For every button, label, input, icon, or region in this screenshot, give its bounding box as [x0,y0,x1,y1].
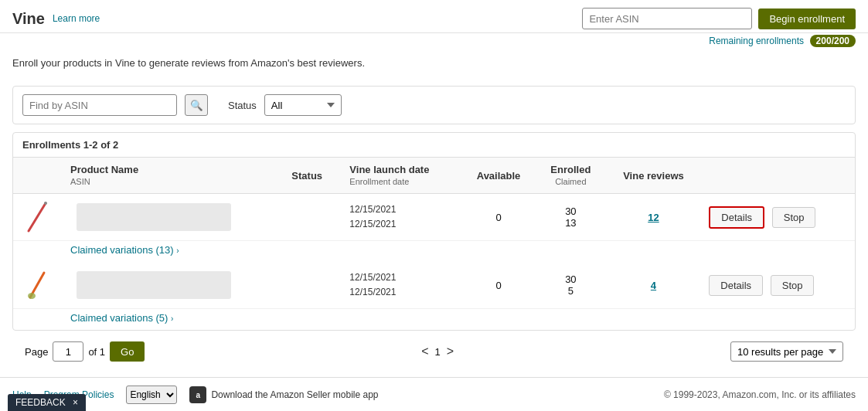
svg-line-0 [29,203,46,231]
launch-date-1: 12/15/2021 [349,202,454,217]
next-page-button[interactable]: > [447,345,454,358]
table-row: 12/15/2021 12/15/2021 0 30 5 4 Details [13,262,855,309]
vine-reviews-link-1[interactable]: 12 [648,212,659,223]
svg-point-3 [28,293,36,299]
close-icon[interactable]: × [73,397,78,408]
page-input[interactable] [53,341,83,362]
per-page-select[interactable]: 10 results per page 25 results per page … [730,341,843,362]
current-page: 1 [435,346,441,358]
search-icon: 🔍 [190,100,203,111]
status-cell-2 [284,262,342,309]
col-actions [701,158,855,194]
col-status: Status [284,158,342,194]
stop-button-1[interactable]: Stop [772,207,816,228]
col-vine-reviews: Vine reviews [606,158,702,194]
tagline: Enroll your products in Vine to generate… [0,51,868,78]
claimed-variations-row-2: Claimed variations (5) › [13,309,855,331]
prev-page-button[interactable]: < [421,345,428,358]
stop-button-2[interactable]: Stop [771,275,815,296]
feedback-label: FEEDBACK [15,397,66,408]
table-row: 12/15/2021 12/15/2021 0 30 13 12 Details [13,194,855,241]
launch-date-2: 12/15/2021 [349,270,454,285]
svg-point-1 [44,202,47,205]
claimed-variations-link-1[interactable]: Claimed variations (13) › [70,244,179,256]
status-label: Status [228,100,257,111]
enrolled-1: 30 13 [536,194,605,241]
status-select[interactable]: All Active Inactive [264,94,342,116]
amazon-icon: a [189,386,206,403]
status-cell-1 [284,194,342,241]
details-button-2[interactable]: Details [709,275,763,296]
begin-enrollment-button[interactable]: Begin enrollment [758,8,856,29]
feedback-button[interactable]: FEEDBACK × [8,394,86,411]
chevron-right-icon-2: › [171,314,173,323]
product-image-2 [21,268,55,302]
chevron-right-icon-1: › [176,246,179,255]
col-enrolled: Enrolled Claimed [536,158,605,194]
product-name-placeholder-2 [77,271,231,299]
col-available: Available [461,158,536,194]
remaining-badge: 200/200 [810,35,856,47]
claimed-variations-row-1: Claimed variations (13) › [13,241,855,263]
page-label: Page [25,346,48,358]
search-input[interactable] [22,94,177,116]
remaining-label: Remaining enrollments [709,36,804,46]
go-button[interactable]: Go [110,341,145,362]
col-product-name: Product Name ASIN [63,158,284,194]
footer: Help Program Policies English Español a … [0,377,868,411]
col-image [13,158,63,194]
enrollment-count: Enrollments 1-2 of 2 [13,133,855,157]
learn-more-link[interactable]: Learn more [53,13,100,24]
col-vine-launch-date: Vine launch date Enrollment date [342,158,461,194]
enrolled-2: 30 5 [536,262,605,309]
page-of-label: of 1 [88,346,105,358]
amazon-app: a Download the Amazon Seller mobile app [189,386,378,403]
available-1: 0 [461,194,536,241]
app-label: Download the Amazon Seller mobile app [211,389,378,400]
asin-input[interactable] [582,8,752,29]
product-image-1 [21,200,55,234]
enrollment-date-1: 12/15/2021 [349,217,454,232]
language-select[interactable]: English Español [126,386,177,404]
details-button-1[interactable]: Details [709,206,764,229]
claimed-variations-link-2[interactable]: Claimed variations (5) › [70,312,173,324]
vine-reviews-link-2[interactable]: 4 [651,280,656,291]
pagination: Page of 1 Go < 1 > 10 results per page 2… [12,334,856,369]
enrollment-date-2: 12/15/2021 [349,285,454,300]
search-button[interactable]: 🔍 [185,94,208,116]
page-title: Vine [12,10,45,28]
available-2: 0 [461,262,536,309]
product-name-placeholder-1 [77,203,231,231]
copyright: © 1999-2023, Amazon.com, Inc. or its aff… [664,389,856,400]
